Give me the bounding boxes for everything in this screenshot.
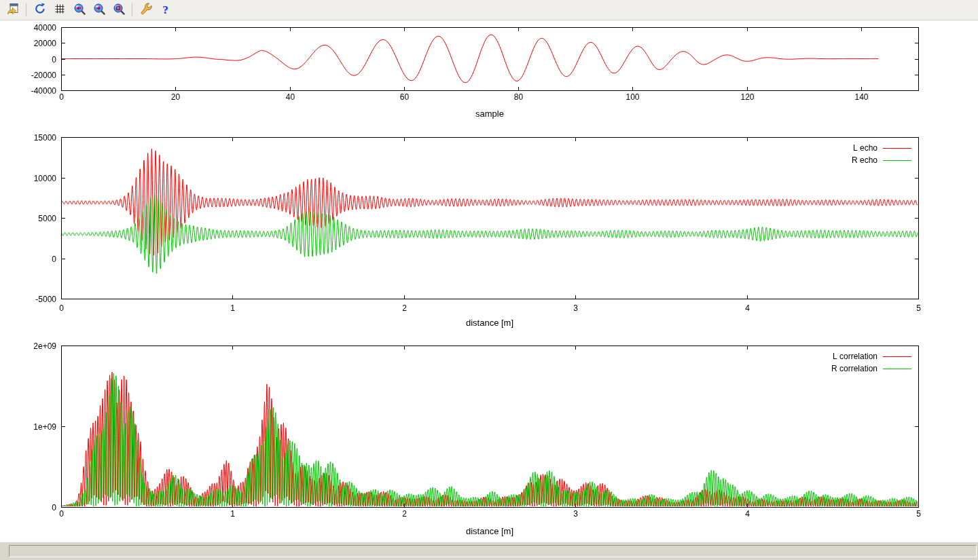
help-button[interactable]: ? [156, 1, 175, 18]
replot-button[interactable] [31, 1, 49, 18]
autoscale-button[interactable] [109, 1, 128, 18]
help-icon: ? [162, 4, 168, 16]
gnuplot-window: ? [0, 0, 978, 560]
correlation-plot-canvas[interactable] [0, 336, 978, 540]
configure-button[interactable] [137, 1, 155, 18]
autoscale-icon [112, 2, 126, 18]
wrench-icon [139, 2, 153, 18]
status-bar-field [9, 545, 977, 557]
signal-plot-canvas[interactable] [0, 20, 978, 129]
zoom-previous-button[interactable] [70, 1, 88, 18]
status-bar-grip [1, 545, 9, 557]
zoom-next-icon [92, 2, 106, 18]
toolbar: ? [0, 0, 978, 20]
toolbar-separator [132, 3, 132, 16]
refresh-icon [33, 2, 47, 18]
zoom-next-button[interactable] [90, 1, 108, 18]
toolbar-separator [26, 3, 26, 16]
export-clipboard-icon [6, 2, 20, 18]
export-button[interactable] [3, 1, 22, 18]
toggle-grid-button[interactable] [50, 1, 69, 18]
grid-icon [53, 2, 67, 18]
echo-plot-canvas[interactable] [0, 129, 978, 336]
status-bar [0, 542, 978, 560]
zoom-previous-icon [73, 2, 86, 18]
